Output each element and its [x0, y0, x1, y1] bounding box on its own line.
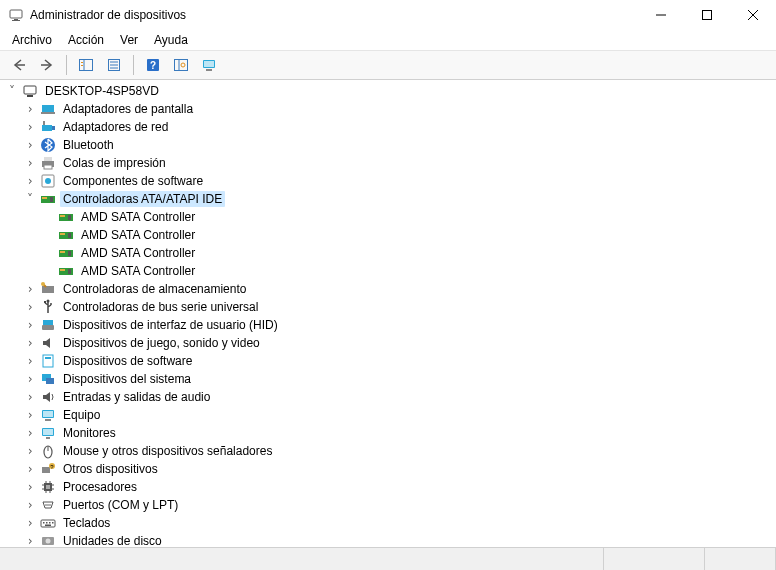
- device-tree[interactable]: ˅ DESKTOP-4SP58VD › Adaptadores de panta…: [0, 80, 776, 547]
- tree-category-network[interactable]: › Adaptadores de red: [4, 118, 776, 136]
- collapse-icon[interactable]: ˅: [4, 83, 20, 99]
- tree-label: AMD SATA Controller: [78, 209, 198, 225]
- svg-rect-27: [42, 105, 54, 112]
- tree-label: Controladoras ATA/ATAPI IDE: [60, 191, 225, 207]
- disk-icon: [40, 533, 56, 547]
- tree-category-ports[interactable]: › Puertos (COM y LPT): [4, 496, 776, 514]
- tree-category-system-devices[interactable]: › Dispositivos del sistema: [4, 370, 776, 388]
- audio-icon: [40, 389, 56, 405]
- tree-device-ata[interactable]: AMD SATA Controller: [4, 262, 776, 280]
- svg-rect-24: [206, 69, 212, 71]
- expand-icon[interactable]: ›: [22, 515, 38, 531]
- expand-icon[interactable]: ›: [22, 119, 38, 135]
- tree-category-hid[interactable]: › Dispositivos de interfaz de usuario (H…: [4, 316, 776, 334]
- tree-category-software-components[interactable]: › Componentes de software: [4, 172, 776, 190]
- expand-icon[interactable]: ›: [22, 353, 38, 369]
- svg-rect-11: [81, 62, 83, 63]
- title-bar: Administrador de dispositivos: [0, 0, 776, 30]
- minimize-button[interactable]: [638, 0, 684, 30]
- other-devices-icon: ?: [40, 461, 56, 477]
- expand-icon[interactable]: ›: [22, 407, 38, 423]
- svg-rect-40: [50, 197, 53, 202]
- svg-rect-60: [43, 355, 53, 367]
- svg-rect-49: [68, 251, 71, 256]
- svg-point-57: [50, 303, 52, 305]
- tree-category-display[interactable]: › Adaptadores de pantalla: [4, 100, 776, 118]
- expand-icon[interactable]: ›: [22, 479, 38, 495]
- expand-icon[interactable]: ›: [22, 335, 38, 351]
- tree-category-printers[interactable]: › Colas de impresión: [4, 154, 776, 172]
- tree-label: Entradas y salidas de audio: [60, 389, 213, 405]
- svg-point-55: [47, 300, 50, 303]
- scan-hardware-button[interactable]: [168, 53, 194, 77]
- svg-rect-45: [60, 233, 65, 235]
- status-bar: [0, 547, 776, 570]
- expand-icon[interactable]: ›: [22, 299, 38, 315]
- ata-controller-icon: [58, 245, 74, 261]
- svg-point-21: [181, 63, 185, 67]
- tree-category-other[interactable]: › ? Otros dispositivos: [4, 460, 776, 478]
- tree-label: Dispositivos de software: [60, 353, 195, 369]
- expand-icon[interactable]: ›: [22, 101, 38, 117]
- tree-category-disk[interactable]: › Unidades de disco: [4, 532, 776, 547]
- svg-point-87: [49, 504, 51, 506]
- close-button[interactable]: [730, 0, 776, 30]
- collapse-icon[interactable]: ˅: [22, 191, 38, 207]
- menu-file[interactable]: Archivo: [4, 31, 60, 49]
- tree-category-usb[interactable]: › Controladoras de bus serie universal: [4, 298, 776, 316]
- expand-icon[interactable]: ›: [22, 425, 38, 441]
- tree-category-processors[interactable]: › Procesadores: [4, 478, 776, 496]
- svg-rect-1: [14, 19, 18, 20]
- tree-device-ata[interactable]: AMD SATA Controller: [4, 244, 776, 262]
- tree-category-mouse[interactable]: › Mouse y otros dispositivos señaladores: [4, 442, 776, 460]
- tree-category-bluetooth[interactable]: › Bluetooth: [4, 136, 776, 154]
- help-button[interactable]: ?: [140, 53, 166, 77]
- tree-device-ata[interactable]: AMD SATA Controller: [4, 226, 776, 244]
- display-adapter-icon: [40, 101, 56, 117]
- menu-help[interactable]: Ayuda: [146, 31, 196, 49]
- expand-icon[interactable]: ›: [22, 389, 38, 405]
- svg-rect-91: [49, 522, 51, 524]
- menu-action[interactable]: Acción: [60, 31, 112, 49]
- computer-icon-button[interactable]: [196, 53, 222, 77]
- forward-button[interactable]: [34, 53, 60, 77]
- tree-category-monitors[interactable]: › Monitores: [4, 424, 776, 442]
- svg-point-86: [47, 504, 49, 506]
- svg-rect-56: [44, 301, 46, 303]
- expand-icon[interactable]: ›: [22, 443, 38, 459]
- expand-icon[interactable]: ›: [22, 371, 38, 387]
- mouse-icon: [40, 443, 56, 459]
- window-title: Administrador de dispositivos: [30, 8, 638, 22]
- expand-icon[interactable]: ›: [22, 461, 38, 477]
- tree-category-storage[interactable]: › Controladoras de almacenamiento: [4, 280, 776, 298]
- expand-icon[interactable]: ›: [22, 317, 38, 333]
- tree-category-audio[interactable]: › Entradas y salidas de audio: [4, 388, 776, 406]
- tree-category-keyboards[interactable]: › Teclados: [4, 514, 776, 532]
- tree-category-game-sound-video[interactable]: › Dispositivos de juego, sonido y video: [4, 334, 776, 352]
- menu-bar: Archivo Acción Ver Ayuda: [0, 30, 776, 51]
- tree-label: Adaptadores de pantalla: [60, 101, 196, 117]
- expand-icon[interactable]: ›: [22, 137, 38, 153]
- tree-category-software-devices[interactable]: › Dispositivos de software: [4, 352, 776, 370]
- tree-root[interactable]: ˅ DESKTOP-4SP58VD: [4, 82, 776, 100]
- tree-device-ata[interactable]: AMD SATA Controller: [4, 208, 776, 226]
- menu-view[interactable]: Ver: [112, 31, 146, 49]
- tree-label: Componentes de software: [60, 173, 206, 189]
- expand-icon[interactable]: ›: [22, 497, 38, 513]
- maximize-button[interactable]: [684, 0, 730, 30]
- expand-icon[interactable]: ›: [22, 173, 38, 189]
- properties-button[interactable]: [101, 53, 127, 77]
- svg-rect-35: [44, 165, 52, 169]
- svg-rect-30: [52, 126, 55, 130]
- expand-icon[interactable]: ›: [22, 533, 38, 547]
- expand-icon[interactable]: ›: [22, 281, 38, 297]
- tree-category-ata[interactable]: ˅ Controladoras ATA/ATAPI IDE: [4, 190, 776, 208]
- tree-category-computer[interactable]: › Equipo: [4, 406, 776, 424]
- software-icon: [40, 173, 56, 189]
- show-hide-tree-button[interactable]: [73, 53, 99, 77]
- tree-label: Colas de impresión: [60, 155, 169, 171]
- svg-rect-0: [10, 10, 22, 18]
- expand-icon[interactable]: ›: [22, 155, 38, 171]
- back-button[interactable]: [6, 53, 32, 77]
- tree-label: Puertos (COM y LPT): [60, 497, 181, 513]
